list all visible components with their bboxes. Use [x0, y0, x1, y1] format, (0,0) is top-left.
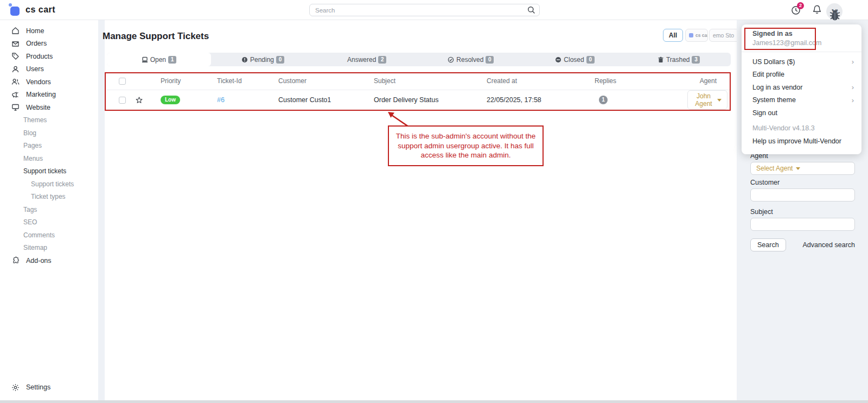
chevron-right-icon: › [852, 97, 854, 104]
chevron-down-icon [717, 99, 722, 102]
chevron-right-icon: › [852, 58, 854, 65]
sidebar-item-sitemap[interactable]: Sitemap [0, 242, 98, 255]
tab-resolved[interactable]: Resolved 0 [419, 53, 523, 66]
sidebar-item-marketing[interactable]: Marketing [0, 89, 98, 102]
sidebar-item-seo[interactable]: SEO [0, 216, 98, 229]
all-storefronts-button[interactable]: All [663, 29, 683, 42]
priority-badge: Low [161, 96, 180, 104]
gear-icon [11, 383, 20, 392]
tab-trashed-count: 3 [692, 56, 700, 64]
sidebar-item-vendors[interactable]: Vendors [0, 75, 98, 89]
tab-trashed[interactable]: Trashed 3 [627, 53, 731, 66]
col-ticket-id: Ticket-Id [207, 77, 268, 85]
annotation-text: This is the sub-admin's account without … [393, 131, 538, 160]
sidebar-item-settings[interactable]: Settings [0, 381, 98, 394]
customer-input[interactable] [750, 188, 855, 202]
help-improve-link[interactable]: Help us improve Multi-Vendor [742, 135, 861, 148]
sidebar-item-blog[interactable]: Blog [0, 127, 98, 140]
menu-item-currency[interactable]: US Dollars ($) › [742, 55, 861, 68]
sidebar-item-themes[interactable]: Themes [0, 114, 98, 127]
bug-icon [828, 8, 842, 22]
menu-item-edit-profile[interactable]: Edit profile [742, 68, 861, 81]
created-at-cell: 22/05/2025, 17:58 [476, 96, 584, 104]
subject-cell: Order Delivery Status [363, 96, 476, 104]
col-agent: Agent [687, 77, 731, 85]
ticket-status-tabs: Open 1 Pending 0 Answered 2 Resolved 0 C… [107, 53, 731, 66]
star-icon[interactable] [127, 97, 150, 104]
closed-icon [555, 56, 561, 63]
cs-cart-logo-icon [9, 3, 21, 16]
sidebar-item-pages[interactable]: Pages [0, 140, 98, 153]
search-button[interactable]: Search [750, 238, 786, 251]
marketing-icon [11, 91, 20, 99]
sidebar-item-support-tickets[interactable]: Support tickets [0, 165, 98, 178]
menu-item-login-as-vendor[interactable]: Log in as vendor › [742, 81, 861, 94]
sidebar-item-users[interactable]: Users [0, 63, 98, 76]
logo-text: cs cart [25, 5, 55, 15]
annotation-box: This is the sub-admin's account without … [388, 125, 544, 166]
page-title: Manage Support Tickets [103, 31, 209, 42]
subject-label: Subject [750, 208, 855, 216]
sidebar-item-support-tickets-child[interactable]: Support tickets [0, 178, 98, 191]
select-all-checkbox[interactable] [119, 78, 126, 85]
menu-item-sign-out[interactable]: Sign out [742, 106, 861, 119]
select-agent-dropdown[interactable]: Select Agent [750, 162, 855, 175]
sidebar-item-website[interactable]: Website [0, 101, 98, 114]
sidebar-item-menus[interactable]: Menus [0, 152, 98, 165]
global-search [309, 4, 540, 16]
subject-input[interactable] [750, 218, 855, 231]
table-header-row: Priority Ticket-Id Customer Subject Crea… [107, 72, 731, 90]
user-menu-dropdown: Signed in as James123@gmail.com US Dolla… [742, 24, 861, 154]
signed-in-as-label: Signed in as [752, 30, 851, 37]
sidebar-item-addons[interactable]: Add-ons [0, 254, 98, 267]
open-icon [142, 56, 148, 63]
col-replies: Replies [584, 77, 687, 85]
products-icon [11, 52, 20, 60]
sidebar-item-products[interactable]: Products [0, 50, 98, 63]
sidebar-item-tags[interactable]: Tags [0, 203, 98, 216]
tab-closed[interactable]: Closed 0 [523, 53, 627, 66]
tickets-table: Priority Ticket-Id Customer Subject Crea… [107, 72, 731, 109]
row-checkbox[interactable] [119, 97, 126, 104]
pending-icon [241, 56, 248, 63]
tab-open[interactable]: Open 1 [107, 53, 211, 66]
storefront-demo-button[interactable]: emo Sto [709, 29, 739, 42]
col-subject: Subject [363, 77, 476, 85]
col-created-at: Created at [476, 77, 584, 85]
replies-badge: 1 [599, 96, 608, 104]
storefront-logo-icon [689, 33, 693, 37]
signed-in-email: James123@gmail.com [752, 39, 851, 47]
customer-label: Customer [750, 179, 855, 186]
search-icon [527, 6, 535, 14]
cs-cart-logo: cs cart [9, 3, 55, 16]
bell-icon[interactable] [812, 4, 824, 16]
version-label: Multi-Vendor v4.18.3 [742, 122, 861, 135]
sidebar-item-home[interactable]: Home [0, 24, 98, 37]
tab-resolved-count: 0 [486, 56, 494, 64]
horizontal-scrollbar[interactable] [0, 400, 868, 403]
tab-answered[interactable]: Answered 2 [315, 53, 419, 66]
ticket-id-link[interactable]: #6 [217, 96, 225, 104]
notification-badge: 2 [797, 2, 804, 9]
users-icon [11, 65, 20, 73]
ticket-row: Low #6 Customer Custo1 Order Delivery St… [107, 90, 731, 109]
puzzle-icon [11, 256, 20, 265]
col-customer: Customer [268, 77, 363, 85]
home-icon [11, 27, 20, 35]
sidebar-item-ticket-types[interactable]: Ticket types [0, 191, 98, 204]
storefront-owner-button[interactable]: cs cart [685, 29, 708, 42]
sidebar-item-orders[interactable]: Orders [0, 37, 98, 51]
whats-new-icon[interactable]: 2 [791, 4, 803, 16]
sidebar-item-comments[interactable]: Comments [0, 229, 98, 242]
tab-pending[interactable]: Pending 0 [211, 53, 315, 66]
sidebar: Home Orders Products Users Vendors Marke… [0, 20, 98, 400]
orders-icon [11, 40, 20, 48]
search-input[interactable] [309, 4, 540, 16]
advanced-search-link[interactable]: Advanced search [802, 241, 855, 249]
top-bar: cs cart 2 JA [0, 0, 868, 20]
resolved-icon [448, 56, 454, 63]
menu-item-system-theme[interactable]: System theme › [742, 94, 861, 107]
chevron-down-icon [796, 167, 800, 170]
tab-answered-count: 2 [378, 56, 386, 64]
agent-dropdown-button[interactable]: John Agent [687, 90, 727, 110]
